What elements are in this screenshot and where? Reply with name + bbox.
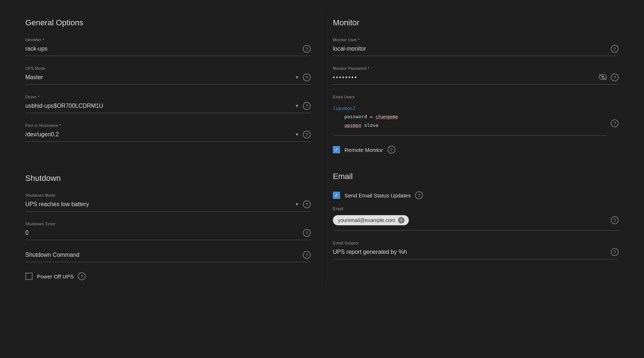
shutdown-mode-label: Shutdown Mode [25, 193, 311, 197]
shutdown-title: Shutdown [25, 174, 311, 183]
email-subject-label: Email Subject [333, 241, 619, 245]
email-field-row: youremail@example.com ✕ ? [333, 213, 619, 231]
monitor-user-label: Monitor User * [333, 38, 619, 42]
email-chip-remove-button[interactable]: ✕ [398, 217, 404, 223]
shutdown-timer-row: ? [25, 228, 311, 240]
shutdown-timer-input[interactable] [25, 228, 299, 238]
driver-help-button[interactable]: ? [303, 102, 311, 110]
identifier-help-button[interactable]: ? [303, 45, 311, 53]
email-chip: youremail@example.com ✕ [333, 215, 409, 225]
email-field-group: Email youremail@example.com ✕ ? [333, 206, 619, 231]
port-field-group: Port or Hostname * /dev/ugen0.2 ▼ ? [25, 123, 311, 142]
ups-mode-label: UPS Mode [25, 66, 311, 71]
extra-users-row: [upsmon] password = changeme upsmon slav… [333, 101, 619, 136]
monitor-password-field-group: Monitor Password * •••••••• ? [333, 66, 619, 85]
shutdown-mode-row[interactable]: UPS reaches low battery ▼ ? [25, 200, 311, 212]
toggle-password-visibility-icon[interactable] [598, 73, 607, 82]
driver-label: Driver * [25, 95, 311, 99]
remote-monitor-check-icon: ✓ [334, 147, 339, 153]
extra-users-field-group: Extra Users [upsmon] password = changeme… [333, 95, 619, 136]
email-subject-help-button[interactable]: ? [611, 248, 619, 256]
ups-mode-value: Master [25, 73, 291, 82]
extra-users-content: [upsmon] password = changeme upsmon slav… [333, 101, 607, 132]
email-label: Email [333, 206, 619, 211]
shutdown-command-help-button[interactable]: ? [303, 251, 311, 259]
monitor-password-label: Monitor Password * [333, 66, 619, 71]
driver-field-group: Driver * usbhid-ups$OR700LCDRM1U ▼ ? [25, 95, 311, 113]
monitor-user-field-group: Monitor User * ? [333, 38, 619, 56]
shutdown-mode-value: UPS reaches low battery [25, 200, 291, 209]
shutdown-timer-field-group: Shutdown Timer ? [25, 222, 311, 240]
identifier-input[interactable] [25, 44, 299, 54]
extra-users-line3: upsmon slave [333, 121, 607, 129]
port-help-button[interactable]: ? [303, 131, 311, 138]
identifier-label: Identifier * [25, 38, 311, 42]
email-chip-text: youremail@example.com [338, 217, 395, 223]
driver-value: usbhid-ups$OR700LCDRM1U [25, 101, 291, 111]
general-options-section: General Options Identifier * ? UPS Mode … [14, 11, 322, 287]
ups-mode-field-group: UPS Mode Master ▼ ? [25, 66, 311, 85]
send-email-help-button[interactable]: ? [415, 191, 423, 199]
power-off-checkbox[interactable] [25, 273, 33, 280]
shutdown-mode-field-group: Shutdown Mode UPS reaches low battery ▼ … [25, 193, 311, 212]
remote-monitor-label: Remote Monitor [344, 147, 383, 153]
extra-users-label: Extra Users [333, 95, 619, 99]
email-help-button[interactable]: ? [611, 216, 619, 224]
monitor-user-input[interactable] [333, 44, 607, 54]
extra-users-help-button[interactable]: ? [611, 119, 619, 127]
send-email-row: ✓ Send Email Status Updates ? [333, 191, 619, 199]
port-row[interactable]: /dev/ugen0.2 ▼ ? [25, 130, 311, 142]
power-off-row: Power Off UPS ? [25, 272, 311, 280]
shutdown-command-field-group: Shutdown Command ? [25, 250, 311, 262]
port-dropdown-icon: ▼ [295, 132, 299, 137]
remote-monitor-checkbox[interactable]: ✓ [333, 146, 340, 153]
monitor-title: Monitor [333, 18, 619, 27]
email-title: Email [333, 172, 619, 181]
remote-monitor-help-button[interactable]: ? [387, 146, 395, 154]
chip-close-icon: ✕ [399, 218, 403, 223]
driver-row[interactable]: usbhid-ups$OR700LCDRM1U ▼ ? [25, 101, 311, 113]
send-email-checkbox[interactable]: ✓ [333, 192, 340, 199]
driver-dropdown-icon: ▼ [295, 103, 299, 108]
power-off-help-button[interactable]: ? [78, 272, 86, 280]
email-subject-input[interactable] [333, 247, 607, 257]
ups-mode-row[interactable]: Master ▼ ? [25, 73, 311, 85]
identifier-field-group: Identifier * ? [25, 38, 311, 56]
ups-mode-dropdown-icon: ▼ [295, 75, 299, 80]
monitor-section: Monitor Monitor User * ? Monitor Passwor… [322, 11, 630, 287]
remote-monitor-row: ✓ Remote Monitor ? [333, 146, 619, 154]
monitor-password-row: •••••••• ? [333, 73, 619, 85]
ups-mode-help-button[interactable]: ? [303, 73, 311, 81]
extra-users-line2: password = changeme [333, 112, 607, 121]
power-off-label: Power Off UPS [37, 273, 73, 280]
general-options-title: General Options [25, 18, 311, 27]
shutdown-command-label: Shutdown Command [25, 250, 299, 260]
email-subject-field-group: Email Subject ? [333, 241, 619, 259]
shutdown-command-row: Shutdown Command ? [25, 250, 311, 262]
extra-users-line1: [upsmon] [333, 104, 607, 112]
shutdown-mode-dropdown-icon: ▼ [295, 202, 299, 207]
send-email-label: Send Email Status Updates [344, 192, 411, 199]
monitor-user-help-button[interactable]: ? [611, 45, 619, 53]
shutdown-mode-help-button[interactable]: ? [303, 200, 311, 208]
monitor-user-row: ? [333, 44, 619, 56]
monitor-password-help-button[interactable]: ? [611, 73, 619, 81]
monitor-password-dots: •••••••• [333, 73, 595, 82]
shutdown-timer-help-button[interactable]: ? [303, 229, 311, 237]
identifier-row: ? [25, 44, 311, 56]
shutdown-timer-label: Shutdown Timer [25, 222, 311, 226]
port-value: /dev/ugen0.2 [25, 130, 291, 139]
send-email-check-icon: ✓ [334, 192, 339, 198]
email-subject-row: ? [333, 247, 619, 259]
port-label: Port or Hostname * [25, 123, 311, 128]
